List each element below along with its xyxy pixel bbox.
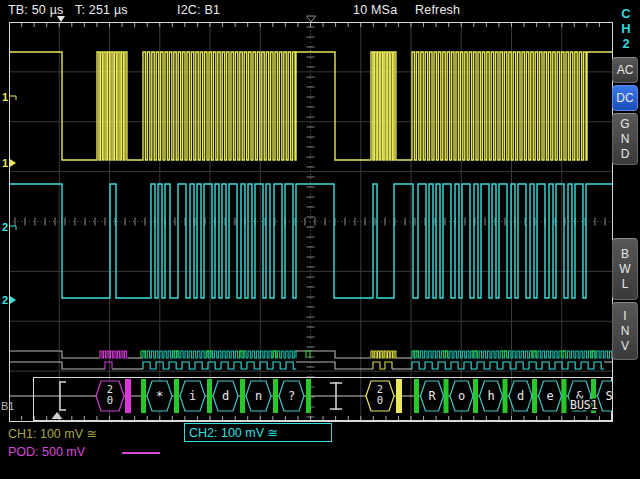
i2c-data2-char: S [605,389,612,403]
i2c-data2-ack-bar [532,379,537,413]
i2c-data2-char: d [517,389,524,403]
bus-decode-row: 2020*idn?Rohde&SBUS1 [9,378,621,421]
ch2-level-marker [10,226,16,230]
ch2-level-label: 2 [2,221,8,233]
trigger-position-marker [52,412,63,419]
ch2-ground-label: 2 [2,294,8,306]
i2c-data1-char: ? [288,389,295,403]
softkey-dc[interactable]: DC [612,85,638,111]
bus-side-label: B1 [1,400,14,412]
pod-ack-ticks [141,351,595,358]
i2c-data2-char: h [487,389,494,403]
ch1-ground-marker [10,159,16,167]
scope-display: 2020*idn?Rohde&SBUS11122B1 [0,0,640,479]
i2c-data1-ack-bar [141,379,146,413]
ch1-level-marker [10,96,16,100]
softkey-ac[interactable]: AC [612,57,638,83]
i2c-data1-char: * [156,389,163,403]
ch2-waveform [9,184,612,298]
i2c-data2-ack-bar [444,379,449,413]
i2c-data2-ack-bar [473,379,478,413]
trigger-time-marker [57,16,65,22]
i2c-data1-ack-bar [306,379,311,413]
i2c-data1-char: n [255,389,262,403]
pod-position-indicator [122,452,160,454]
i2c-data1-ack-bar [207,379,212,413]
i2c-address-frame-2-value: 20 [377,383,383,406]
softkey-bwl[interactable]: B W L [612,238,638,300]
ch1-level-label: 1 [2,91,8,103]
sidebar-channel-label: C H 2 [617,6,635,51]
i2c-data2-char: e [546,389,553,403]
channel-indicators: 1122B1 [1,91,16,412]
bus-name-label: BUS1 [570,398,598,412]
i2c-data2-char: o [458,389,465,403]
i2c-data1-ack-bar [240,379,245,413]
i2c-address-frame-1-ack-bar [125,379,131,413]
i2c-data1-char: d [222,389,229,403]
ch1-scale-readout: CH1: 100 mV ≅ [8,426,97,441]
pod-d0-waveform [9,362,612,369]
trigger-reference-marker [307,16,316,22]
softkey-gnd[interactable]: G N D [612,113,638,165]
i2c-data2-ack-bar [562,379,567,413]
i2c-address-frame-2-ack-bar [396,379,402,413]
ch2-scale-readout-selected[interactable]: CH2: 100 mV ≅ [184,423,332,442]
i2c-address-frame-1-value: 20 [107,383,113,406]
oscilloscope-screen: { "header": { "timebase": "TB: 50 µs", "… [0,0,640,479]
pod-scale-readout: POD: 500 mV [8,445,85,459]
softkey-inv[interactable]: I N V [612,302,638,360]
i2c-data2-ack-bar [414,379,419,413]
i2c-data1-char: i [189,389,196,403]
i2c-data1-ack-bar [273,379,278,413]
i2c-data1-ack-bar [174,379,179,413]
ch2-ground-marker [10,296,16,304]
ch1-ground-label: 1 [2,157,8,169]
i2c-data2-char: R [428,389,436,403]
i2c-data2-ack-bar [503,379,508,413]
